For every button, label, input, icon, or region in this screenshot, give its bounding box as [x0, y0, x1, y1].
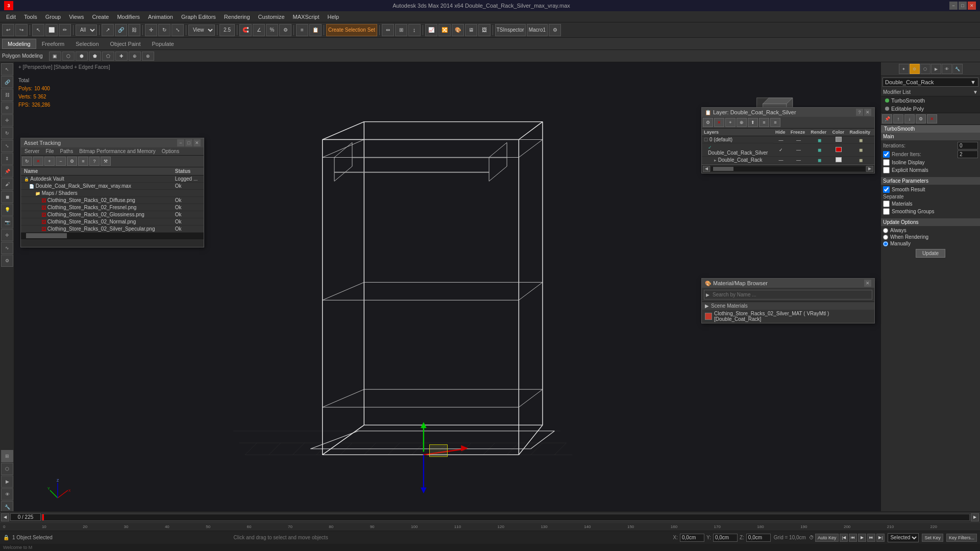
redo-button[interactable]: ↪ [15, 24, 28, 36]
table-row[interactable]: 🖼 Clothing_Store_Racks_02_Normal.png Ok [21, 218, 204, 226]
select-button[interactable]: ↖ [32, 24, 44, 36]
sub-btn7[interactable]: ⊕ [129, 52, 141, 61]
timeline-next-btn[interactable]: ▶ [971, 513, 979, 521]
undo-button[interactable]: ↩ [2, 24, 14, 36]
auto-key-button[interactable]: Auto Key [815, 534, 839, 542]
link-button[interactable]: 🔗 [115, 24, 127, 36]
tab-populate[interactable]: Populate [146, 39, 179, 49]
sub-btn5[interactable]: ⬠ [102, 52, 114, 61]
lw-btn4[interactable]: ⊕ [737, 118, 747, 127]
explicit-normals-checkbox[interactable] [883, 167, 890, 173]
next-frame-button[interactable]: ⏭ [867, 534, 875, 542]
play-button[interactable]: ▶ [858, 534, 866, 542]
asset-tracking-minimize[interactable]: − [177, 139, 184, 146]
isoline-checkbox[interactable] [883, 159, 890, 166]
lw-btn2[interactable]: ✕ [714, 118, 724, 127]
menu-create[interactable]: Create [88, 13, 113, 21]
rp-modify-icon[interactable]: ⚙ [910, 64, 920, 74]
tab-freeform[interactable]: Freeform [36, 39, 70, 49]
scale-button[interactable]: ⤡ [172, 24, 184, 36]
at-more-btn[interactable]: ≡ [78, 157, 88, 166]
angle-snap-button[interactable]: ∠ [253, 24, 265, 36]
coord-dropdown[interactable]: View [188, 24, 215, 36]
prev-frame-button[interactable]: ⏮ [849, 534, 857, 542]
sidebar-hierarchy-icon[interactable]: ⬡ [1, 463, 13, 475]
menu-customize[interactable]: Customize [254, 13, 289, 21]
menu-graph-editors[interactable]: Graph Editors [177, 13, 220, 21]
at-menu-bitmap[interactable]: Bitmap Performance and Memory [76, 148, 159, 155]
at-close-btn[interactable]: ✕ [33, 157, 43, 166]
menu-tools[interactable]: Tools [20, 13, 41, 21]
at-config-btn[interactable]: ⚒ [101, 157, 111, 166]
timeline-frame-input[interactable]: 0 / 225 [10, 513, 41, 521]
array-button[interactable]: ⊞ [395, 24, 407, 36]
macro1-button[interactable]: Macro1 [527, 24, 548, 36]
at-menu-paths[interactable]: Paths [57, 148, 77, 155]
sidebar-space-icon[interactable]: ∿ [1, 242, 13, 254]
table-row[interactable]: 🖼 Clothing_Store_Racks_02_Glossiness.png… [21, 211, 204, 218]
update-section-title[interactable]: Update Options [881, 218, 980, 226]
x-coord-input[interactable] [680, 534, 704, 542]
tsinspector-button[interactable]: TSInspector [495, 24, 526, 36]
selected-dropdown[interactable]: Selected [888, 533, 919, 542]
create-selection-button[interactable]: Create Selection Set [326, 24, 377, 36]
sub-btn8[interactable]: ⊗ [142, 52, 154, 61]
surface-section-title[interactable]: Surface Parameters [881, 177, 980, 185]
layer-scrollbar[interactable]: ◀ ▶ [702, 164, 874, 173]
y-coord-input[interactable] [713, 534, 738, 542]
sidebar-place-icon[interactable]: 📌 [1, 165, 13, 178]
at-menu-server[interactable]: Server [21, 148, 42, 155]
asset-tracking-scrollbar[interactable] [21, 233, 204, 239]
rp-create-icon[interactable]: ✦ [899, 64, 909, 74]
sidebar-link-icon[interactable]: 🔗 [1, 76, 13, 88]
extras-button[interactable]: ⚙ [549, 24, 561, 36]
unlink-button[interactable]: ⛓ [128, 24, 140, 36]
sub-btn2[interactable]: ⬡ [62, 52, 75, 61]
modifier-config-button[interactable]: ⚙ [916, 114, 926, 123]
sidebar-unlink-icon[interactable]: ⛓ [1, 89, 13, 101]
curve-editor-button[interactable]: 📈 [425, 24, 437, 36]
menu-animation[interactable]: Animation [144, 13, 177, 21]
go-start-button[interactable]: |◀ [840, 534, 848, 542]
lw-scroll-right[interactable]: ▶ [866, 166, 873, 172]
sidebar-modify-icon[interactable]: ⊞ [1, 450, 13, 462]
tab-selection[interactable]: Selection [70, 39, 104, 49]
sidebar-paint-icon[interactable]: 🖌 [1, 178, 13, 190]
lw-btn7[interactable]: ≡ [770, 118, 780, 127]
rp-utilities-icon[interactable]: 🔧 [952, 64, 963, 74]
spinner-snap-button[interactable]: ⚙ [279, 24, 291, 36]
at-refresh-btn[interactable]: ↻ [22, 157, 32, 166]
select-obj-button[interactable]: ↗ [102, 24, 114, 36]
lw-btn1[interactable]: ⚙ [703, 118, 713, 127]
material-browser-close[interactable]: ✕ [864, 280, 871, 287]
rotate-button[interactable]: ↻ [158, 24, 170, 36]
lw-btn5[interactable]: ⬆ [748, 118, 758, 127]
layer-window-help[interactable]: ? [856, 109, 863, 116]
at-menu-file[interactable]: File [42, 148, 57, 155]
update-button[interactable]: Update [916, 249, 945, 258]
table-row[interactable]: 🖼 Clothing_Store_Racks_02_Fresnel.png Ok [21, 204, 204, 211]
lw-scroll-left[interactable]: ◀ [703, 166, 710, 172]
menu-maxscript[interactable]: MAXScript [289, 13, 324, 21]
select-region-button[interactable]: ⬜ [45, 24, 58, 36]
table-row[interactable]: 📄 Double_Coat_Rack_Silver_max_vray.max O… [21, 183, 204, 190]
key-filters-button[interactable]: Key Filters... [946, 534, 977, 542]
sidebar-motion-icon[interactable]: ▶ [1, 475, 13, 488]
materials-checkbox[interactable] [883, 201, 890, 207]
modifier-delete-button[interactable]: ✕ [927, 114, 937, 123]
keyboard-shortcut-btn[interactable]: 2.5 [219, 24, 235, 36]
table-row[interactable]: 📁 Maps / Shaders [21, 190, 204, 197]
at-settings-btn[interactable]: ⚙ [67, 157, 77, 166]
always-radio[interactable] [883, 228, 888, 233]
smooth-result-checkbox[interactable] [883, 186, 890, 193]
table-row[interactable]: 🔒 Autodesk Vault Logged ... [21, 176, 204, 183]
asset-tracking-restore[interactable]: □ [185, 139, 192, 146]
modifier-turbosmooth[interactable]: TurboSmooth [881, 96, 980, 105]
modifier-pin-button[interactable]: 📌 [882, 114, 892, 123]
sub-btn1[interactable]: ▣ [49, 52, 61, 61]
move-button[interactable]: ✛ [145, 24, 157, 36]
rp-display-icon[interactable]: 👁 [942, 64, 952, 74]
manually-radio[interactable] [883, 241, 888, 246]
close-button[interactable]: ✕ [968, 2, 976, 10]
menu-views[interactable]: Views [65, 13, 88, 21]
